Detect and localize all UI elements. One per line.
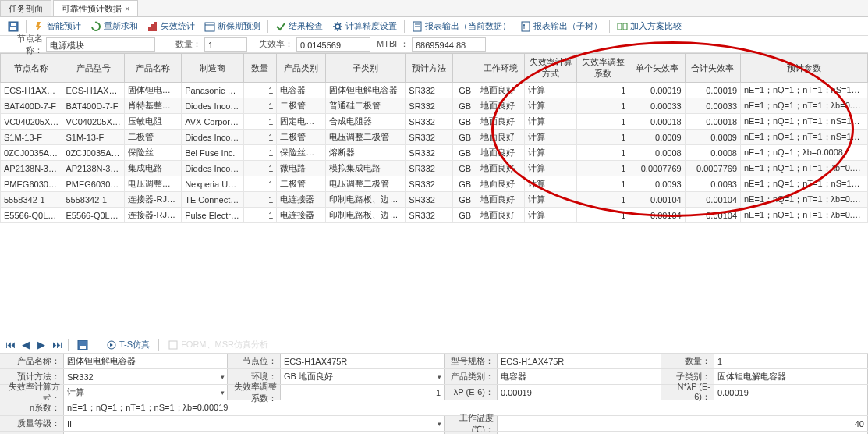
table-cell[interactable]: 1	[577, 114, 629, 130]
table-cell[interactable]: SR332	[406, 161, 453, 176]
table-cell[interactable]: Diodes Incorp…	[182, 161, 243, 176]
col-header[interactable]: 数量	[243, 54, 277, 83]
table-cell[interactable]: 连接器-RJ45接口	[124, 192, 181, 208]
table-cell[interactable]: 0.0009	[629, 130, 685, 145]
table-cell[interactable]: Diodes Incorp…	[182, 98, 243, 114]
table-cell[interactable]: 电连接器	[277, 208, 326, 223]
table-cell[interactable]: 5558342-1	[62, 192, 124, 208]
table-cell[interactable]: AP2138N-3.3…	[1, 161, 62, 176]
table-cell[interactable]: 连接器-RJ45接口	[124, 208, 181, 223]
table-cell[interactable]: 0.00104	[685, 192, 740, 208]
table-cell[interactable]: PMEG6030EVPX	[1, 176, 62, 192]
table-cell[interactable]: 保险丝	[124, 145, 181, 161]
table-cell[interactable]: 0ZCJ0035AF2E	[62, 145, 124, 161]
table-cell[interactable]: GB	[453, 192, 477, 208]
mtbf-value[interactable]: 68695944.88	[412, 37, 486, 52]
table-cell[interactable]: 0.00019	[685, 83, 740, 98]
table-cell[interactable]: 印制电路板、边连接器	[326, 192, 406, 208]
table-cell[interactable]: VC040205X15…	[1, 114, 62, 130]
table-cell[interactable]: TE Connectivi…	[182, 192, 243, 208]
col-header[interactable]: 合计失效率	[685, 54, 740, 83]
method-value[interactable]: SR332	[64, 369, 228, 384]
table-cell[interactable]: 电压调整二极管	[124, 176, 181, 192]
table-cell[interactable]: Panasonic Ele…	[182, 83, 243, 98]
table-row[interactable]: 5558342-15558342-1连接器-RJ45接口TE Connectiv…	[1, 192, 868, 208]
col-header[interactable]: 预计参数	[741, 54, 868, 83]
table-cell[interactable]: 地面良好	[477, 83, 524, 98]
table-cell[interactable]: SR332	[406, 176, 453, 192]
qty-value[interactable]: 1	[204, 37, 247, 52]
precision-button[interactable]: 计算精度设置	[328, 19, 401, 34]
table-cell[interactable]: 1	[243, 98, 277, 114]
table-cell[interactable]: 地面良好	[477, 114, 524, 130]
nfactor-value[interactable]: nE=1；nQ=1；nT=1；nS=1；λb=0.00019	[64, 400, 868, 415]
table-cell[interactable]: 1	[577, 208, 629, 223]
col-header[interactable]	[453, 54, 477, 83]
failstat-button[interactable]: 失效统计	[143, 19, 199, 34]
table-cell[interactable]: 地面良好	[477, 176, 524, 192]
table-cell[interactable]: 1	[243, 161, 277, 176]
table-cell[interactable]: 合成电阻器	[326, 114, 406, 130]
nlp-value[interactable]: 0.00019	[714, 385, 868, 400]
table-cell[interactable]: nE=1；nQ=1；nT=1；nS=1；λ…	[741, 176, 868, 192]
nav-last-button[interactable]: ⏭	[51, 339, 63, 351]
table-cell[interactable]: 二极管	[277, 130, 326, 145]
calc-value[interactable]: 计算	[64, 385, 228, 400]
table-cell[interactable]: 计算	[525, 208, 577, 223]
table-cell[interactable]: ECS-H1AX475R	[62, 83, 124, 98]
table-cell[interactable]: SR332	[406, 208, 453, 223]
table-cell[interactable]: 1	[243, 145, 277, 161]
table-cell[interactable]: 0.00104	[629, 192, 685, 208]
table-cell[interactable]: nE=1；nQ=1；nT=1；λb=0.00…	[741, 192, 868, 208]
table-cell[interactable]: PMEG6030EVPX	[62, 176, 124, 192]
reportcur-button[interactable]: 报表输出（当前数据）	[408, 19, 515, 34]
nodepos-value[interactable]: ECS-H1AX475R	[281, 354, 445, 368]
table-cell[interactable]: 模拟集成电路	[326, 161, 406, 176]
table-cell[interactable]: 二极管	[277, 176, 326, 192]
adj-value[interactable]: 1	[281, 385, 445, 400]
table-cell[interactable]: 地面良好	[477, 161, 524, 176]
table-cell[interactable]: VC040205X15…	[62, 114, 124, 130]
rerequest-button[interactable]: 重新求和	[87, 19, 142, 34]
table-cell[interactable]: Diodes Incorp…	[182, 130, 243, 145]
table-cell[interactable]: 0.00033	[685, 98, 740, 114]
table-cell[interactable]: 0ZCJ0035AF2E	[1, 145, 62, 161]
table-cell[interactable]: 固体钽电解电容器	[326, 83, 406, 98]
table-cell[interactable]: SR332	[406, 98, 453, 114]
table-cell[interactable]: 计算	[525, 192, 577, 208]
col-header[interactable]: 产品类别	[277, 54, 326, 83]
sub-value[interactable]: 固体钽电解电容器	[714, 369, 868, 384]
table-cell[interactable]: 1	[577, 176, 629, 192]
table-cell[interactable]: 计算	[525, 98, 577, 114]
main-table-wrap[interactable]: 节点名称产品型号产品名称制造商数量产品类别子类别预计方法工作环境失效率计算方式失…	[0, 53, 868, 336]
col-header[interactable]: 产品型号	[62, 54, 124, 83]
table-cell[interactable]: nE=1；nQ=1；nT=1；λb=0.00…	[741, 98, 868, 114]
table-cell[interactable]: 计算	[525, 130, 577, 145]
table-cell[interactable]: GB	[453, 176, 477, 192]
table-cell[interactable]: 1	[577, 130, 629, 145]
table-cell[interactable]: AVX Corporati…	[182, 114, 243, 130]
table-row[interactable]: BAT400D-7-FBAT400D-7-F肖特基整流二…Diodes Inco…	[1, 98, 868, 114]
table-cell[interactable]: 计算	[525, 114, 577, 130]
rate-value[interactable]: 0.0145569	[296, 37, 370, 52]
table-cell[interactable]: 地面良好	[477, 208, 524, 223]
table-cell[interactable]: ECS-H1AX475R	[1, 83, 62, 98]
table-cell[interactable]: 1	[243, 208, 277, 223]
table-row[interactable]: S1M-13-FS1M-13-F二极管Diodes Incorp…1二极管电压调…	[1, 130, 868, 145]
table-row[interactable]: ECS-H1AX475RECS-H1AX475R固体钽电解电…Panasonic…	[1, 83, 868, 98]
table-cell[interactable]: Pulse Electro…	[182, 208, 243, 223]
table-cell[interactable]: 电容器	[277, 83, 326, 98]
quality-value[interactable]: II	[64, 416, 445, 431]
table-cell[interactable]: 二极管	[277, 98, 326, 114]
col-header[interactable]: 子类别	[326, 54, 406, 83]
table-cell[interactable]: GB	[453, 130, 477, 145]
table-row[interactable]: VC040205X15…VC040205X15…压敏电阻AVX Corporat…	[1, 114, 868, 130]
prod-value[interactable]: 固体钽电解电容器	[64, 354, 228, 368]
table-cell[interactable]: 计算	[525, 83, 577, 98]
table-cell[interactable]: GB	[453, 161, 477, 176]
col-header[interactable]: 单个失效率	[629, 54, 685, 83]
table-cell[interactable]: SR332	[406, 192, 453, 208]
table-cell[interactable]: 1	[577, 145, 629, 161]
save-button[interactable]	[4, 20, 23, 34]
table-cell[interactable]: nE=1；nQ=1；nT=1；nS=1；λ…	[741, 83, 868, 98]
